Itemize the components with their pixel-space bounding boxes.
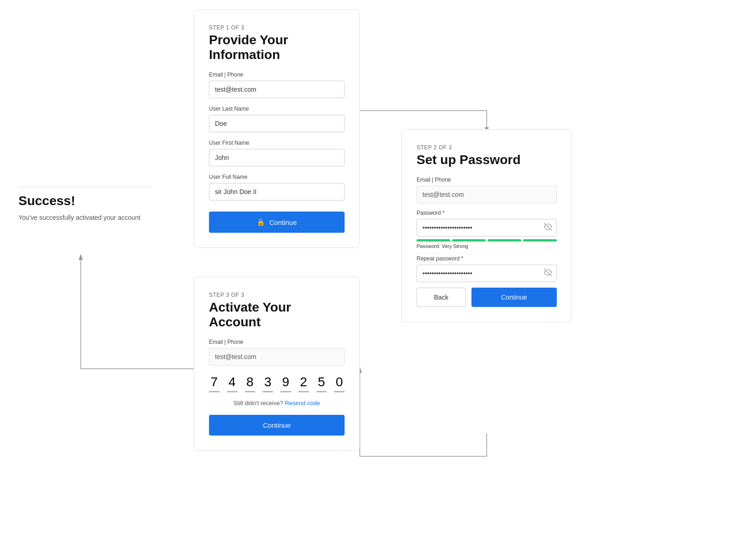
step2-back-button[interactable]: Back xyxy=(417,288,466,307)
step3-card: STEP 3 OF 3 Activate Your Account Email … xyxy=(194,277,360,451)
step1-title: Provide Your Information xyxy=(209,33,345,62)
step3-continue-button[interactable]: Continue xyxy=(209,415,345,436)
step3-title: Activate Your Account xyxy=(209,300,345,330)
step1-email-label: Email | Phone xyxy=(209,71,345,78)
step2-button-row: Back Continue xyxy=(417,288,557,307)
resend-text-row: Still didn't receive? Resend code xyxy=(209,400,345,407)
resend-link[interactable]: Resend code xyxy=(285,400,320,407)
step1-lastname-label: User Last Name xyxy=(209,106,345,112)
repeat-eye-icon[interactable] xyxy=(544,268,552,278)
password-eye-icon[interactable] xyxy=(544,223,552,233)
lock-icon: 🔒 xyxy=(256,218,265,226)
step3-email-label: Email | Phone xyxy=(209,339,345,345)
step2-repeat-label: Repeat password * xyxy=(417,255,557,262)
step1-fullname-label: User Full Name xyxy=(209,174,345,180)
step1-continue-button[interactable]: 🔒 Continue xyxy=(209,212,345,233)
success-description: You've successfully activated your accou… xyxy=(18,214,140,221)
step2-card: STEP 2 OF 3 Set up Password Email | Phon… xyxy=(401,129,572,322)
otp-digit-3: 8 xyxy=(245,375,256,392)
otp-digit-4: 3 xyxy=(262,375,273,392)
step1-fullname-input[interactable] xyxy=(209,183,345,200)
step2-email-display: test@test.com xyxy=(417,186,557,203)
step1-firstname-input[interactable] xyxy=(209,149,345,166)
step1-firstname-label: User First Name xyxy=(209,140,345,146)
step2-continue-button[interactable]: Continue xyxy=(471,288,557,307)
step1-email-input[interactable] xyxy=(209,81,345,98)
password-strength-bars xyxy=(417,239,557,242)
otp-digit-5: 9 xyxy=(280,375,291,392)
step1-continue-label: Continue xyxy=(269,218,297,226)
step2-password-wrapper xyxy=(417,219,557,236)
step2-password-input[interactable] xyxy=(417,219,557,236)
step1-lastname-input[interactable] xyxy=(209,115,345,132)
step2-password-label: Password * xyxy=(417,210,557,216)
otp-digit-1: 7 xyxy=(209,375,220,392)
strength-bar-2 xyxy=(452,239,486,242)
otp-row: 7 4 8 3 9 2 5 0 xyxy=(209,375,345,392)
step1-card: STEP 1 OF 3 Provide Your Information Ema… xyxy=(194,9,360,248)
step3-label: STEP 3 OF 3 xyxy=(209,292,345,298)
strength-bar-4 xyxy=(523,239,557,242)
strength-bar-3 xyxy=(488,239,521,242)
step2-repeat-input[interactable] xyxy=(417,265,557,282)
strength-bar-1 xyxy=(417,239,450,242)
step3-continue-label: Continue xyxy=(263,421,291,429)
success-title: Success! xyxy=(18,194,140,208)
step2-label: STEP 2 OF 3 xyxy=(417,144,557,151)
success-section: Success! You've successfully activated y… xyxy=(18,194,140,221)
step2-email-label: Email | Phone xyxy=(417,177,557,183)
step2-title: Set up Password xyxy=(417,153,557,167)
resend-static-text: Still didn't receive? xyxy=(233,400,283,407)
divider xyxy=(18,187,152,187)
step3-email-display: test@test.com xyxy=(209,348,345,365)
otp-digit-8: 0 xyxy=(334,375,345,392)
step1-label: STEP 1 OF 3 xyxy=(209,24,345,31)
step2-repeat-wrapper xyxy=(417,265,557,282)
otp-digit-6: 2 xyxy=(298,375,309,392)
otp-digit-7: 5 xyxy=(316,375,327,392)
otp-digit-2: 4 xyxy=(227,375,238,392)
password-strength-text: Password: Very Strong xyxy=(417,243,557,249)
